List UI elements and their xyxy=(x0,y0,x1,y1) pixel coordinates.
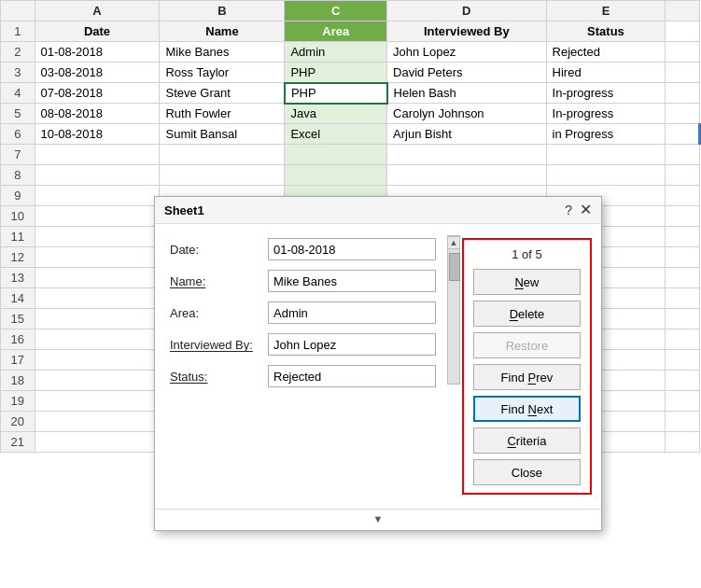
scroll-down-arrow[interactable]: ▼ xyxy=(373,513,384,525)
cell-5-D[interactable]: Carolyn Johnson xyxy=(387,104,547,124)
cell-14-A[interactable] xyxy=(35,288,160,309)
area-input[interactable] xyxy=(268,301,436,324)
cell-2-B[interactable]: Mike Banes xyxy=(160,42,285,63)
find-prev-button[interactable]: Find Prev xyxy=(473,364,581,390)
cell-6-D[interactable]: Arjun Bisht xyxy=(387,124,547,145)
col-header-d[interactable]: D xyxy=(387,1,547,21)
row-header-14[interactable]: 14 xyxy=(1,288,35,309)
cell-3-A[interactable]: 03-08-2018 xyxy=(35,63,160,83)
row-header-5[interactable]: 5 xyxy=(1,104,35,124)
cell-7-C[interactable] xyxy=(285,145,387,165)
cell-4-E[interactable]: In-progress xyxy=(546,83,666,104)
cell-1-E[interactable]: Status xyxy=(546,21,666,42)
cell-6-C[interactable]: Excel xyxy=(285,124,387,145)
cell-20-A[interactable] xyxy=(35,412,160,432)
scroll-thumb[interactable] xyxy=(449,253,460,281)
date-input[interactable] xyxy=(268,238,436,260)
restore-button[interactable]: Restore xyxy=(473,332,581,358)
cell-13-A[interactable] xyxy=(35,268,160,288)
cell-2-C[interactable]: Admin xyxy=(285,42,387,63)
row-header-8[interactable]: 8 xyxy=(1,165,35,186)
cell-4-D[interactable]: Helen Bash xyxy=(387,83,547,104)
row-header-19[interactable]: 19 xyxy=(1,391,35,412)
row-header-15[interactable]: 15 xyxy=(1,309,35,329)
cell-8-E[interactable] xyxy=(546,165,666,186)
cell-8-A[interactable] xyxy=(35,165,160,186)
cell-9-A[interactable] xyxy=(35,186,160,206)
col-header-a[interactable]: A xyxy=(35,1,160,21)
cell-16-A[interactable] xyxy=(35,329,160,350)
row-header-7[interactable]: 7 xyxy=(1,145,35,165)
cell-5-A[interactable]: 08-08-2018 xyxy=(35,104,160,124)
cell-18-A[interactable] xyxy=(35,371,160,391)
row-header-20[interactable]: 20 xyxy=(1,412,35,432)
cell-8-C[interactable] xyxy=(285,165,387,186)
criteria-button[interactable]: Criteria xyxy=(473,427,581,454)
row-header-3[interactable]: 3 xyxy=(1,63,35,83)
cell-7-A[interactable] xyxy=(35,145,160,165)
close-icon[interactable]: ✕ xyxy=(580,203,592,217)
cell-2-D[interactable]: John Lopez xyxy=(387,42,547,63)
row-header-9[interactable]: 9 xyxy=(1,186,35,206)
cell-1-C[interactable]: Area xyxy=(285,21,387,42)
cell-3-C[interactable]: PHP xyxy=(285,63,387,83)
cell-8-B[interactable] xyxy=(160,165,285,186)
new-button[interactable]: New xyxy=(473,269,581,295)
cell-11-A[interactable] xyxy=(35,227,160,247)
row-header-10[interactable]: 10 xyxy=(1,206,35,227)
scroll-up-arrow[interactable]: ▲ xyxy=(447,236,460,249)
cell-extra-10 xyxy=(666,206,700,227)
cell-3-D[interactable]: David Peters xyxy=(387,63,547,83)
interviewed-by-input[interactable] xyxy=(268,333,436,356)
cell-6-B[interactable]: Sumit Bansal xyxy=(160,124,285,145)
cell-1-D[interactable]: Interviewed By xyxy=(387,21,547,42)
row-header-11[interactable]: 11 xyxy=(1,227,35,247)
row-header-17[interactable]: 17 xyxy=(1,350,35,371)
cell-2-E[interactable]: Rejected xyxy=(546,42,666,63)
cell-3-E[interactable]: Hired xyxy=(546,63,666,83)
cell-1-A[interactable]: Date xyxy=(35,21,160,42)
col-header-e[interactable]: E xyxy=(546,1,666,21)
cell-19-A[interactable] xyxy=(35,391,160,412)
row-header-4[interactable]: 4 xyxy=(1,83,35,104)
cell-7-E[interactable] xyxy=(546,145,666,165)
cell-4-C[interactable]: PHP xyxy=(285,83,387,104)
cell-21-A[interactable] xyxy=(35,432,160,453)
row-header-12[interactable]: 12 xyxy=(1,247,35,268)
col-header-c[interactable]: C xyxy=(285,1,387,21)
help-button[interactable]: ? xyxy=(565,203,572,217)
cell-12-A[interactable] xyxy=(35,247,160,268)
cell-2-A[interactable]: 01-08-2018 xyxy=(35,42,160,63)
row-header-2[interactable]: 2 xyxy=(1,42,35,63)
status-input[interactable] xyxy=(268,365,436,387)
cell-5-E[interactable]: In-progress xyxy=(546,104,666,124)
cell-8-D[interactable] xyxy=(387,165,547,186)
col-header-b[interactable]: B xyxy=(160,1,285,21)
name-input[interactable] xyxy=(268,270,436,292)
row-header-21[interactable]: 21 xyxy=(1,432,35,453)
close-button[interactable]: Close xyxy=(473,459,581,485)
cell-6-E[interactable]: in Progress xyxy=(546,124,666,145)
row-header-16[interactable]: 16 xyxy=(1,329,35,350)
scrollbar-track[interactable]: ▲ xyxy=(447,235,460,385)
cell-7-D[interactable] xyxy=(387,145,547,165)
cell-4-B[interactable]: Steve Grant xyxy=(160,83,285,104)
cell-7-B[interactable] xyxy=(160,145,285,165)
delete-button[interactable]: Delete xyxy=(473,301,581,327)
row-header-1[interactable]: 1 xyxy=(1,21,35,42)
find-next-button-label: Find Next xyxy=(501,402,554,416)
cell-3-B[interactable]: Ross Taylor xyxy=(160,63,285,83)
row-header-13[interactable]: 13 xyxy=(1,268,35,288)
find-next-button[interactable]: Find Next xyxy=(473,396,581,422)
cell-6-A[interactable]: 10-08-2018 xyxy=(35,124,160,145)
row-header-6[interactable]: 6 xyxy=(1,124,35,145)
dialog-scrollbar[interactable]: ▲ xyxy=(445,233,462,499)
cell-1-B[interactable]: Name xyxy=(160,21,285,42)
cell-15-A[interactable] xyxy=(35,309,160,329)
cell-5-C[interactable]: Java xyxy=(285,104,387,124)
cell-5-B[interactable]: Ruth Fowler xyxy=(160,104,285,124)
cell-4-A[interactable]: 07-08-2018 xyxy=(35,83,160,104)
cell-17-A[interactable] xyxy=(35,350,160,371)
cell-10-A[interactable] xyxy=(35,206,160,227)
row-header-18[interactable]: 18 xyxy=(1,371,35,391)
